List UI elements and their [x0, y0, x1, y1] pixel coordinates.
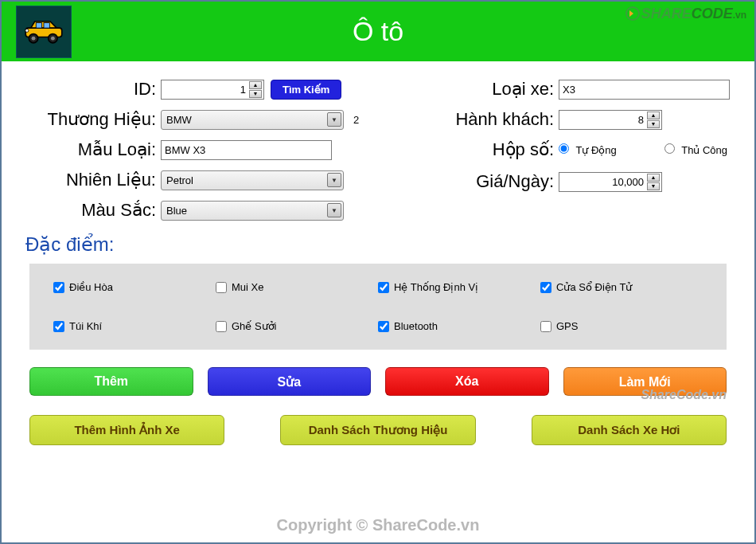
watermark-copy: Copyright © ShareCode.vn — [277, 516, 480, 534]
feature-checkbox[interactable]: Điều Hòa — [53, 281, 216, 293]
feature-checkbox[interactable]: Mui Xe — [216, 281, 378, 293]
feature-checkbox[interactable]: Hệ Thống Định Vị — [378, 281, 540, 293]
svg-point-6 — [51, 36, 55, 40]
fuel-combo[interactable]: Petrol ▼ — [161, 170, 344, 190]
fuel-label: Nhiên Liệu: — [25, 170, 161, 190]
id-spin-down[interactable]: ▼ — [249, 90, 262, 98]
feature-checkbox[interactable]: Túi Khí — [53, 320, 216, 332]
chevron-down-icon: ▼ — [327, 203, 341, 217]
car-list-button[interactable]: Danh Sách Xe Hơi — [532, 415, 727, 445]
id-spin-up[interactable]: ▲ — [249, 81, 262, 89]
add-button[interactable]: Thêm — [29, 367, 193, 396]
gearbox-label: Hộp số: — [423, 139, 559, 160]
svg-rect-2 — [44, 22, 49, 28]
cartype-input[interactable] — [559, 80, 730, 100]
page-title: Ô tô — [353, 16, 403, 47]
search-button[interactable]: Tìm Kiếm — [271, 80, 341, 100]
passengers-spin-down[interactable]: ▼ — [647, 120, 660, 128]
price-spin-down[interactable]: ▼ — [647, 182, 660, 190]
feature-checkbox[interactable]: Bluetooth — [378, 320, 540, 332]
gearbox-auto-radio[interactable]: Tự Động — [559, 143, 617, 156]
passengers-label: Hành khách: — [423, 109, 559, 130]
header-bar: Ô tô SHARECODE.vn — [2, 2, 754, 61]
model-label: Mẫu Loại: — [25, 139, 161, 160]
watermark-mid: ShareCode.vn — [641, 388, 727, 402]
chevron-down-icon: ▼ — [327, 173, 341, 187]
feature-checkbox[interactable]: Ghế Sưởi — [216, 320, 378, 332]
delete-button[interactable]: Xóa — [385, 367, 549, 396]
price-spin-up[interactable]: ▲ — [647, 174, 660, 182]
chevron-down-icon: ▼ — [327, 112, 341, 127]
color-label: Màu Sắc: — [25, 200, 161, 221]
feature-checkbox[interactable]: GPS — [540, 320, 703, 332]
brand-side-value: 2 — [353, 114, 359, 126]
add-image-button[interactable]: Thêm Hình Ảnh Xe — [29, 415, 224, 445]
watermark-top: SHARECODE.vn — [625, 6, 746, 22]
price-label: Giá/Ngày: — [423, 171, 559, 192]
svg-point-7 — [25, 29, 29, 32]
cartype-label: Loại xe: — [423, 79, 559, 100]
car-icon — [16, 6, 72, 58]
passengers-spin-up[interactable]: ▲ — [647, 112, 660, 119]
brand-label: Thương Hiệu: — [25, 109, 161, 130]
passengers-spinner[interactable]: 8 ▲ ▼ — [559, 110, 662, 130]
svg-point-4 — [32, 36, 36, 40]
price-spinner[interactable]: 10,000 ▲ ▼ — [559, 172, 662, 192]
id-spinner[interactable]: 1 ▲ ▼ — [161, 80, 264, 100]
color-combo[interactable]: Blue ▼ — [161, 201, 344, 221]
feature-checkbox[interactable]: Cửa Sổ Điện Tử — [540, 281, 703, 293]
brand-combo[interactable]: BMW ▼ — [161, 110, 344, 130]
features-panel: Điều Hòa Mui Xe Hệ Thống Định Vị Cửa Sổ … — [29, 264, 727, 350]
gearbox-manual-radio[interactable]: Thủ Công — [664, 143, 727, 156]
id-label: ID: — [25, 79, 161, 100]
model-input[interactable] — [161, 140, 332, 160]
edit-button[interactable]: Sửa — [208, 367, 372, 396]
svg-rect-1 — [36, 22, 41, 28]
brand-list-button[interactable]: Danh Sách Thương Hiệu — [280, 415, 475, 445]
features-title: Đặc điểm: — [25, 233, 731, 256]
